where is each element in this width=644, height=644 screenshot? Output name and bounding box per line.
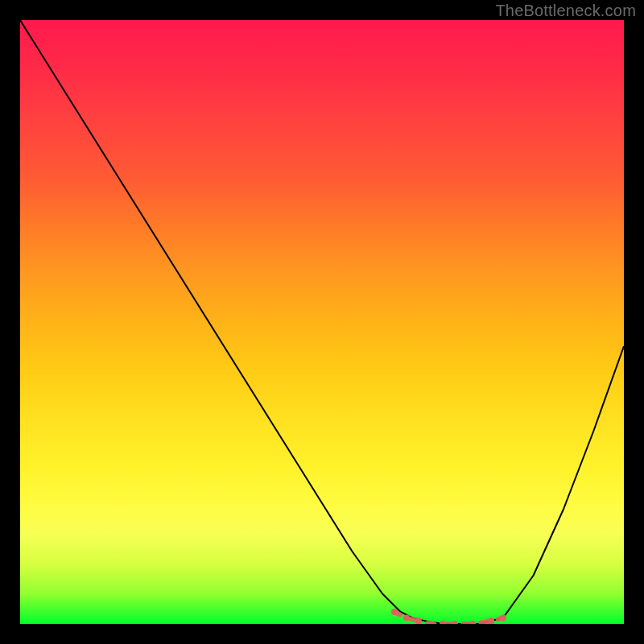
optimal-range-marker [452,621,458,624]
optimal-range-marker [488,617,494,624]
bottleneck-curve [20,20,624,624]
optimal-range-marker [470,621,477,624]
optimal-range-marker [403,615,410,621]
watermark-text: TheBottleneck.com [495,2,636,20]
optimal-range-marker [415,617,422,624]
marker-group [391,609,506,624]
chart-frame: TheBottleneck.com [0,0,644,644]
optimal-range-marker [391,609,398,615]
optimal-range-line [394,612,503,624]
curve-group [20,20,624,624]
curve-layer [20,20,624,624]
optimal-range-marker [440,621,446,624]
optimal-range-marker [500,615,506,621]
plot-area [20,20,624,624]
